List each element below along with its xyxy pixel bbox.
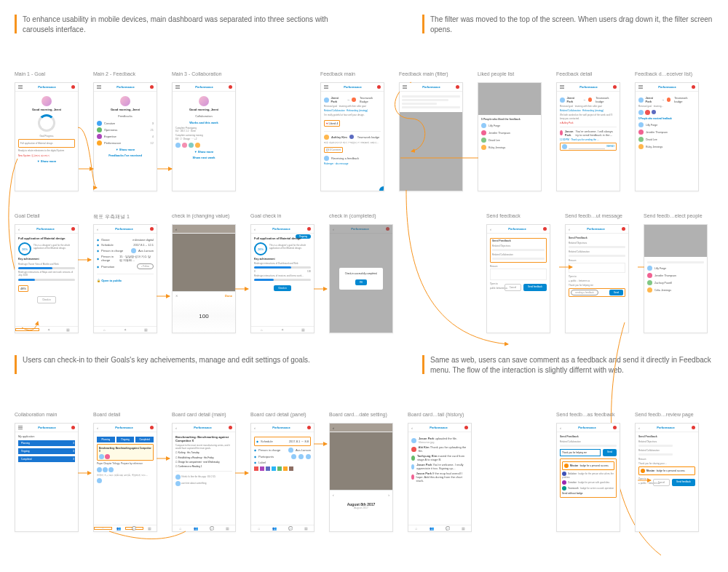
menu-icon[interactable] xyxy=(18,85,23,89)
comment-preview[interactable]: I think it's fine for this app · 8.9 2:1… xyxy=(175,474,232,480)
back-icon[interactable]: ‹ xyxy=(569,227,570,231)
field-input[interactable] xyxy=(569,255,625,257)
feedback-link[interactable]: Rubenger · abc.message xyxy=(324,162,381,165)
bottom-nav[interactable]: ⌂👥💬▦ xyxy=(408,525,471,531)
checklist-item[interactable]: ☐ Kicking · this Tuesday xyxy=(175,451,232,454)
menu-icon[interactable] xyxy=(97,85,101,89)
highlighted-date-field[interactable]: ◆ Schedule 2017.8.1 → 8.8 xyxy=(254,437,311,446)
person-row[interactable]: Celia Jennings xyxy=(647,287,704,293)
feedback-item-2[interactable]: Ashley Kim Teamwork badge xyxy=(324,135,381,140)
field-input[interactable] xyxy=(569,246,625,248)
recipient-chips[interactable] xyxy=(638,110,695,115)
highlighted-card[interactable]: Benchmarking: Benchmarking against Compe… xyxy=(97,444,154,461)
person-row[interactable]: David Lee xyxy=(481,138,538,143)
goal-item-urgent[interactable]: New System 통합하여 배포하기 xyxy=(18,154,75,157)
bottom-nav[interactable]: ⌂✦▦ xyxy=(94,326,157,333)
back-icon[interactable]: ‹ xyxy=(333,227,334,231)
tab-completed[interactable]: Completed xyxy=(135,437,154,442)
send-button[interactable]: Send feedback xyxy=(672,479,695,486)
notification-badge[interactable] xyxy=(229,85,232,89)
highlighted-goal-item[interactable]: Full application of Material design xyxy=(18,139,75,148)
open-public-toggle[interactable]: 🔓 Open to public xyxy=(97,279,154,282)
fab-add[interactable]: + xyxy=(379,186,384,191)
comment-preview[interactable]: user text about something xyxy=(175,481,232,486)
person-row[interactable]: Zachary Powell xyxy=(647,280,704,285)
notification-badge[interactable] xyxy=(307,426,311,429)
badge-teamwork[interactable]: Teamwork · badge for active co-work oper… xyxy=(562,486,614,490)
person-row[interactable]: Ruby Jennings xyxy=(481,145,538,150)
feedback-category[interactable]: Expertise4 xyxy=(97,134,154,139)
person-row[interactable]: Jennifer Thompson xyxy=(481,130,538,135)
back-icon[interactable]: ‹ xyxy=(97,426,98,430)
panel-row[interactable]: ◆ Owner milestone digital xyxy=(97,238,154,242)
highlighted-like-count[interactable]: ♥ Liked 4 xyxy=(324,120,340,127)
panel-row[interactable]: ◆ Promotion + Follow xyxy=(97,263,154,269)
cancel-button[interactable]: Cancel xyxy=(505,284,521,291)
panel-row[interactable]: ◆ Person in charge 15 · 일달합·성과 지수 알림 자동화… xyxy=(97,255,154,262)
send-button[interactable]: Send xyxy=(609,290,623,295)
checklist-item[interactable]: ☐ Conference и Reading 1 xyxy=(175,465,232,468)
show-more-link[interactable]: ▼ Show more xyxy=(97,148,154,151)
send-button[interactable]: Send xyxy=(603,449,617,456)
user-avatar[interactable] xyxy=(41,96,52,106)
panel-row[interactable]: ◆ Person in charge Ava Lanson xyxy=(254,448,311,453)
notification-badge[interactable] xyxy=(456,85,459,89)
filter-option[interactable] xyxy=(402,103,437,105)
person-row[interactable]: Jennifer Thompson xyxy=(638,130,695,135)
tab-planning[interactable]: Planning xyxy=(97,437,115,442)
cancel-button[interactable]: Cancel xyxy=(653,479,670,486)
received-link[interactable]: Feedbacks I've received xyxy=(97,154,154,157)
notification-badge[interactable] xyxy=(150,227,154,231)
color-swatches[interactable] xyxy=(254,466,311,471)
picker-panel[interactable]: ✕ Done 100 xyxy=(173,291,235,333)
number-wheel[interactable]: 100 xyxy=(173,300,235,333)
open-to-options[interactable]: ● public ○ between us xyxy=(569,279,625,282)
notification-badge[interactable] xyxy=(543,227,547,231)
feedback-comment[interactable]: Receiving a feedback xyxy=(324,156,381,161)
badge-solution[interactable]: Solution · badge for the person who solv… xyxy=(562,472,614,479)
notification-badge[interactable] xyxy=(613,85,617,89)
back-icon[interactable]: ‹ xyxy=(254,426,256,430)
checkin-button[interactable]: Check in xyxy=(37,296,56,303)
feedback-item[interactable]: Jenni Park → Teamwork Badge xyxy=(324,96,381,103)
filter-option[interactable] xyxy=(402,99,448,101)
panel-row[interactable]: ◆ Label xyxy=(254,461,311,464)
notification-badge[interactable] xyxy=(71,85,75,89)
message-input[interactable]: Thank you for helping me xyxy=(560,449,601,456)
panel-row[interactable]: ◆ Person in charge Ava Lanson xyxy=(97,248,154,253)
board-tabs[interactable]: Planning Ongoing Completed xyxy=(97,437,154,442)
notification-badge[interactable] xyxy=(71,426,75,429)
menu-icon[interactable] xyxy=(324,85,328,89)
checkin-submit-button[interactable]: Check in xyxy=(274,285,291,291)
reason-textarea[interactable] xyxy=(490,269,547,280)
notification-badge[interactable] xyxy=(692,426,695,429)
notification-badge[interactable] xyxy=(229,426,232,429)
notification-badge[interactable] xyxy=(377,85,381,89)
filter-panel[interactable] xyxy=(400,92,462,112)
menu-icon[interactable] xyxy=(18,426,23,429)
bottom-nav[interactable]: ⌂👥💬▦ xyxy=(173,525,235,531)
back-icon[interactable]: ‹ xyxy=(638,426,640,430)
picker-done[interactable]: Done xyxy=(225,294,232,298)
person-row[interactable]: David Lee xyxy=(638,137,695,142)
notification-badge[interactable] xyxy=(692,85,695,89)
field-input[interactable] xyxy=(492,249,545,251)
tab-ongoing[interactable]: Ongoing xyxy=(116,437,135,442)
notification-badge[interactable] xyxy=(386,227,389,231)
person-row[interactable]: Jennifer Thompson xyxy=(647,273,704,278)
badge-mission[interactable]: Mission · badge for a personal success xyxy=(562,461,614,470)
user-avatar[interactable] xyxy=(120,96,130,106)
person-row[interactable]: Lilly Forge xyxy=(638,122,695,127)
highlighted-send-area[interactable]: sending a feedback Send xyxy=(569,288,625,297)
date-prev[interactable]: ‹ xyxy=(333,493,334,497)
search-field[interactable] xyxy=(647,261,704,263)
checklist-item[interactable]: ☐ Establishing a Roadmap · this Friday xyxy=(175,456,232,459)
show-next-link[interactable]: Show next week xyxy=(175,156,232,159)
back-icon[interactable]: ‹ xyxy=(490,227,491,231)
back-icon[interactable]: ‹ xyxy=(411,426,413,430)
follow-button[interactable]: + Follow xyxy=(137,263,154,269)
card-item[interactable]: Paper Chapter Trilogy: Prepare by refere… xyxy=(97,462,154,465)
people-sheet[interactable]: Lilly Forge Jennifer Thompson Zachary Po… xyxy=(644,257,707,333)
notification-badge[interactable] xyxy=(150,426,154,429)
person-row[interactable]: Lilly Forge xyxy=(481,123,538,128)
